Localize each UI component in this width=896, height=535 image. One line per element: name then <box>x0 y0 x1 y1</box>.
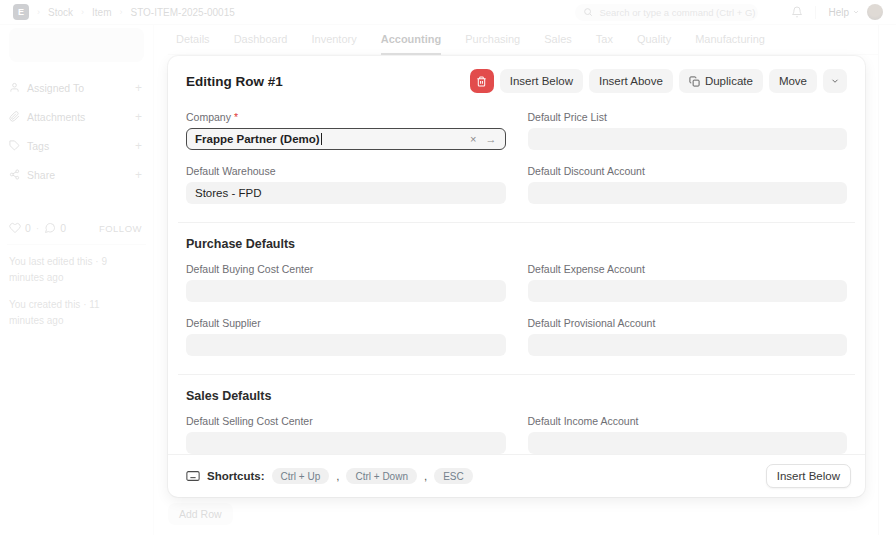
default-income-account-input[interactable] <box>528 432 848 454</box>
purchase-defaults-heading: Purchase Defaults <box>186 237 847 251</box>
kbd-esc: ESC <box>434 468 473 484</box>
field-label: Default Provisional Account <box>528 317 848 329</box>
required-asterisk: * <box>234 111 238 123</box>
field-label: Default Warehouse <box>186 165 506 177</box>
dialog-footer: Shortcuts: Ctrl + Up , Ctrl + Down , ESC… <box>168 454 865 497</box>
dialog-header: Editing Row #1 Insert Below Insert Above… <box>168 56 865 103</box>
chevron-down-icon <box>830 76 840 86</box>
kbd-ctrl-up: Ctrl + Up <box>272 468 330 484</box>
section-sales-defaults: Default Selling Cost Center Default Inco… <box>186 415 847 454</box>
field-default-expense-account: Default Expense Account <box>528 263 848 302</box>
section-purchase-defaults: Default Buying Cost Center Default Expen… <box>186 263 847 356</box>
duplicate-button[interactable]: Duplicate <box>679 69 763 93</box>
insert-below-button[interactable]: Insert Below <box>500 69 583 93</box>
insert-above-button[interactable]: Insert Above <box>589 69 673 93</box>
field-default-supplier: Default Supplier <box>186 317 506 356</box>
field-company: Company * Frappe Partner (Demo) × → <box>186 111 506 150</box>
separator: , <box>336 470 339 482</box>
field-label: Default Discount Account <box>528 165 848 177</box>
field-default-discount-account: Default Discount Account <box>528 165 848 204</box>
kbd-ctrl-down: Ctrl + Down <box>346 468 417 484</box>
default-selling-cost-center-input[interactable] <box>186 432 506 454</box>
field-label: Default Income Account <box>528 415 848 427</box>
default-provisional-account-input[interactable] <box>528 334 848 356</box>
text-caret <box>321 133 322 145</box>
section-divider <box>178 222 855 223</box>
shortcuts-label: Shortcuts: <box>207 470 265 482</box>
clear-icon[interactable]: × <box>470 133 476 145</box>
field-label: Default Buying Cost Center <box>186 263 506 275</box>
default-discount-account-input[interactable] <box>528 182 848 204</box>
field-label: Default Price List <box>528 111 848 123</box>
duplicate-label: Duplicate <box>705 75 753 87</box>
field-default-selling-cost-center: Default Selling Cost Center <box>186 415 506 454</box>
dialog-body: Company * Frappe Partner (Demo) × → Defa… <box>168 103 865 454</box>
field-default-income-account: Default Income Account <box>528 415 848 454</box>
field-default-warehouse: Default Warehouse Stores - FPD <box>186 165 506 204</box>
field-label: Default Expense Account <box>528 263 848 275</box>
field-default-provisional-account: Default Provisional Account <box>528 317 848 356</box>
dialog-title: Editing Row #1 <box>186 74 283 89</box>
default-price-list-input[interactable] <box>528 128 848 150</box>
section-defaults: Company * Frappe Partner (Demo) × → Defa… <box>186 111 847 204</box>
default-buying-cost-center-input[interactable] <box>186 280 506 302</box>
field-default-price-list: Default Price List <box>528 111 848 150</box>
field-label: Default Supplier <box>186 317 506 329</box>
keyboard-icon <box>186 470 200 482</box>
default-warehouse-input[interactable]: Stores - FPD <box>186 182 506 204</box>
default-supplier-input[interactable] <box>186 334 506 356</box>
section-divider <box>178 374 855 375</box>
separator: , <box>424 470 427 482</box>
delete-row-button[interactable] <box>470 69 494 93</box>
more-actions-button[interactable] <box>823 69 847 93</box>
open-link-arrow-icon[interactable]: → <box>486 133 497 145</box>
dialog-toolbar: Insert Below Insert Above Duplicate Move <box>470 69 847 93</box>
company-value: Frappe Partner (Demo) <box>195 133 320 145</box>
footer-insert-below-button[interactable]: Insert Below <box>766 464 851 488</box>
move-button[interactable]: Move <box>769 69 817 93</box>
field-label: Company * <box>186 111 506 123</box>
field-default-buying-cost-center: Default Buying Cost Center <box>186 263 506 302</box>
trash-icon <box>476 76 487 87</box>
editing-row-dialog: Editing Row #1 Insert Below Insert Above… <box>168 56 865 497</box>
default-expense-account-input[interactable] <box>528 280 848 302</box>
duplicate-icon <box>689 76 700 87</box>
company-input[interactable]: Frappe Partner (Demo) × → <box>186 128 506 150</box>
sales-defaults-heading: Sales Defaults <box>186 389 847 403</box>
field-label: Default Selling Cost Center <box>186 415 506 427</box>
